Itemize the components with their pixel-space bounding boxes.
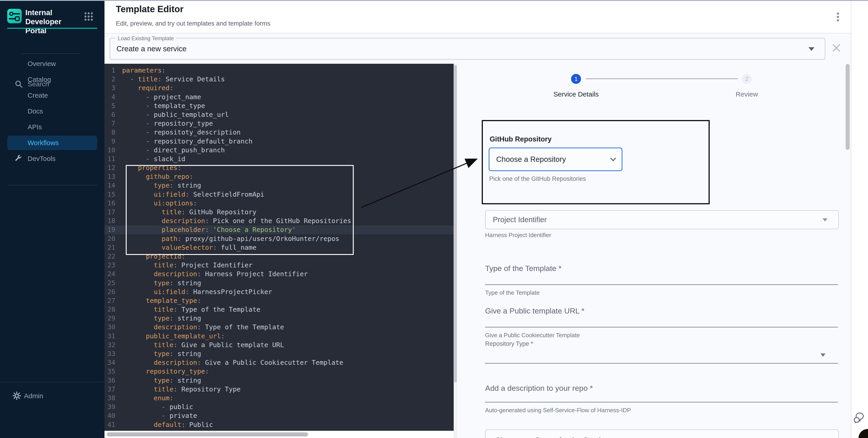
code-line-37: 37 title: Repository Type xyxy=(104,385,457,394)
line-number: 25 xyxy=(104,279,115,288)
line-number: 29 xyxy=(104,314,115,323)
clear-template-icon[interactable] xyxy=(831,42,842,53)
sidebar: Internal Developer Portal Search Overvi xyxy=(0,0,104,438)
repository-type-label: Repository Type * xyxy=(485,340,838,347)
line-number: 14 xyxy=(104,181,115,190)
line-number: 26 xyxy=(104,288,115,296)
sidebar-accent-divider xyxy=(7,28,97,29)
divider xyxy=(22,53,80,54)
dropdown-arrow-icon xyxy=(808,47,814,51)
line-number: 15 xyxy=(104,190,115,199)
template-type-label: Type of the Template * xyxy=(485,264,838,273)
sidebar-item-help[interactable]: ? Help xyxy=(0,390,104,406)
sidebar-item-label: Docs xyxy=(28,107,43,115)
line-number: 31 xyxy=(104,332,115,341)
page-vertical-scrollbar-thumb[interactable] xyxy=(846,64,850,150)
sidebar-item-create[interactable]: Create xyxy=(0,88,104,103)
line-number: 38 xyxy=(104,394,115,403)
editor-horizontal-scrollbar-thumb[interactable] xyxy=(107,432,308,436)
kebab-menu-icon[interactable] xyxy=(835,11,841,25)
code-line-6: 6 - public_template_url xyxy=(104,110,457,119)
load-existing-template-select[interactable]: Load Existing Template Create a new serv… xyxy=(110,38,825,60)
editor-vertical-scrollbar-thumb[interactable] xyxy=(454,65,457,382)
feedback-chat-icon[interactable] xyxy=(853,411,867,425)
line-number: 35 xyxy=(104,367,115,376)
github-select-value: Choose a Repository xyxy=(496,155,566,164)
sidebar-item-search[interactable]: Search xyxy=(0,39,104,52)
dropdown-arrow-icon xyxy=(823,218,828,222)
sidebar-item-label: APIs xyxy=(28,123,42,131)
code-line-27: 27 template_type: xyxy=(104,296,457,305)
line-number: 34 xyxy=(104,358,115,367)
code-line-10: 10 - direct_push_branch xyxy=(104,146,457,155)
page-title: Template Editor xyxy=(116,4,183,14)
wrench-icon xyxy=(14,155,23,163)
code-line-38: 38 enum: xyxy=(104,394,457,403)
repo-description-label: Add a description to your repo * xyxy=(485,384,838,393)
code-line-40: 40 - private xyxy=(104,411,457,420)
sidebar-item-catalog[interactable]: Catalog xyxy=(0,72,104,88)
stepper-label-service-details: Service Details xyxy=(538,91,614,98)
service-owner-select[interactable]: Choose an Owner for the Service xyxy=(485,429,839,438)
sidebar-item-admin[interactable]: Admin xyxy=(0,194,104,210)
sidebar-item-label: DevTools xyxy=(28,155,55,163)
code-line-25: 25 type: string xyxy=(104,279,457,288)
stepper-connector xyxy=(586,78,738,79)
sidebar-item-docs[interactable]: Docs xyxy=(0,103,104,119)
code-line-30: 30 description: Type of the Template xyxy=(104,323,457,332)
service-owner-label: Choose an Owner for the Service xyxy=(495,436,609,438)
project-identifier-select[interactable]: Project Identifier xyxy=(485,210,839,229)
project-identifier-label: Project Identifier xyxy=(493,215,547,224)
sidebar-item-devtools[interactable]: DevTools xyxy=(0,151,104,167)
page-subtitle: Edit, preview, and try out templates and… xyxy=(116,20,270,27)
dropdown-arrow-icon xyxy=(820,353,826,357)
github-repository-label: GitHub Repository xyxy=(490,135,552,143)
line-number: 36 xyxy=(104,376,115,385)
code-line-41: 41 default: Public xyxy=(104,420,457,429)
sidebar-item-label: Overview xyxy=(28,60,56,68)
repository-type-select[interactable]: Repository Type * xyxy=(485,340,838,347)
line-number: 30 xyxy=(104,323,115,332)
code-line-1: 1parameters: xyxy=(104,66,457,75)
code-line-28: 28 title: Type of the Template xyxy=(104,305,457,314)
line-number: 24 xyxy=(104,270,115,278)
code-line-35: 35 repository_type: xyxy=(104,367,457,376)
sidebar-item-overview[interactable]: Overview xyxy=(0,56,104,72)
code-line-2: 2 - title: Service Details xyxy=(104,75,457,83)
code-line-11: 11 - slack_id xyxy=(104,155,457,163)
template-type-field[interactable]: Type of the Template * Type of the Templ… xyxy=(485,264,838,273)
line-number: 11 xyxy=(104,155,115,163)
code-line-26: 26 ui:field: HarnessProjectPicker xyxy=(104,288,457,296)
load-template-value: Create a new service xyxy=(117,44,187,53)
code-line-4: 4 - project_name xyxy=(104,93,457,101)
divider xyxy=(7,185,97,185)
repo-description-helper: Auto-generated using Self-Service-Flow o… xyxy=(485,407,631,414)
code-line-8: 8 - repositoty_description xyxy=(104,128,457,137)
line-number: 17 xyxy=(104,208,115,216)
repo-description-field[interactable]: Add a description to your repo * Auto-ge… xyxy=(485,384,838,393)
line-number: 19 xyxy=(104,225,115,234)
line-number: 18 xyxy=(104,216,115,225)
app-title: Internal Developer Portal xyxy=(25,8,82,35)
line-number: 7 xyxy=(104,119,115,128)
load-template-label: Load Existing Template xyxy=(116,35,176,42)
input-underline xyxy=(485,363,838,364)
stepper-step-2[interactable]: 2 xyxy=(742,74,752,84)
line-number: 10 xyxy=(104,146,115,155)
code-line-5: 5 - template_type xyxy=(104,101,457,110)
yaml-code-editor[interactable]: 1parameters:2 - title: Service Details3 … xyxy=(104,64,457,438)
sidebar-item-workflows[interactable]: Workflows xyxy=(0,135,104,151)
public-template-url-label: Give a Public template URL * xyxy=(485,306,838,315)
app-grid-icon[interactable] xyxy=(83,11,95,22)
stepper-step-1[interactable]: 1 xyxy=(571,74,581,84)
sidebar-item-apis[interactable]: APIs xyxy=(0,119,104,135)
public-template-url-field[interactable]: Give a Public template URL * Give a Publ… xyxy=(485,306,838,315)
line-number: 1 xyxy=(104,66,115,75)
github-repository-select[interactable]: Choose a Repository xyxy=(489,147,622,171)
sidebar-user[interactable]: HM Himanshu Mishra xyxy=(0,415,104,431)
app-logo-icon xyxy=(7,9,22,23)
window-top-edge xyxy=(0,0,868,1)
line-number: 5 xyxy=(104,101,115,110)
code-line-33: 33 type: string xyxy=(104,349,457,358)
sidebar-item-label: Catalog xyxy=(28,76,51,83)
